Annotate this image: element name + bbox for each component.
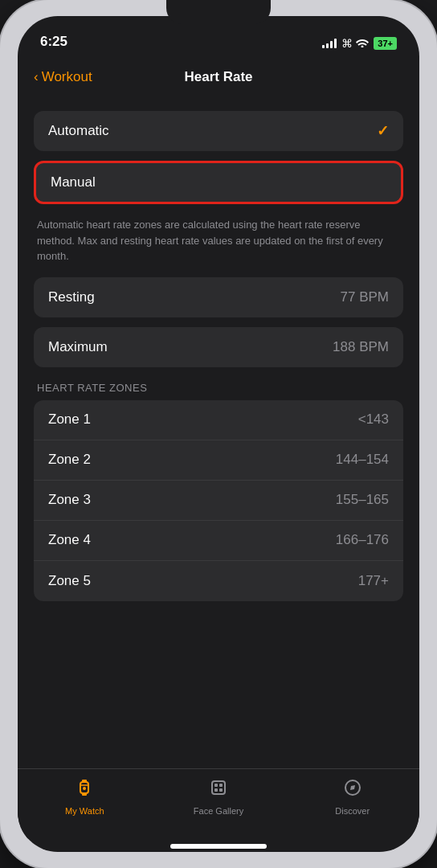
tab-face-gallery-label: Face Gallery xyxy=(194,806,243,816)
info-description: Automatic heart rate zones are calculate… xyxy=(34,214,403,277)
discover-icon xyxy=(342,777,363,803)
tab-my-watch-label: My Watch xyxy=(65,806,104,816)
maximum-value: 188 BPM xyxy=(333,339,389,355)
maximum-label: Maximum xyxy=(48,339,108,355)
zone-label: Zone 3 xyxy=(48,492,91,508)
battery-icon: 37+ xyxy=(374,37,397,50)
tab-bar: My Watch Face Gallery xyxy=(18,768,419,839)
zone-label: Zone 1 xyxy=(48,411,91,428)
svg-rect-8 xyxy=(214,788,218,792)
zone-label: Zone 4 xyxy=(48,532,91,548)
manual-item[interactable]: Manual xyxy=(34,161,403,204)
zone-item[interactable]: Zone 1 <143 xyxy=(34,400,403,440)
zone-label: Zone 2 xyxy=(48,452,91,468)
zone-item[interactable]: Zone 5 177+ xyxy=(34,561,403,601)
zone-value: 155–165 xyxy=(336,492,389,508)
zone-label: Zone 5 xyxy=(48,573,91,589)
content-scroll[interactable]: Automatic ✓ Manual Automatic heart rate … xyxy=(18,98,419,768)
maximum-section: Maximum 188 BPM xyxy=(34,327,403,367)
phone-frame: 6:25 ⌘ 37+ xyxy=(0,0,437,868)
zone-value: 177+ xyxy=(358,573,389,589)
svg-rect-4 xyxy=(82,793,87,796)
chevron-left-icon: ‹ xyxy=(34,69,39,85)
tab-discover[interactable]: Discover xyxy=(285,777,419,816)
tab-discover-label: Discover xyxy=(335,806,370,816)
watch-icon xyxy=(74,777,95,803)
svg-rect-7 xyxy=(219,784,223,787)
svg-rect-3 xyxy=(82,780,87,782)
maximum-item[interactable]: Maximum 188 BPM xyxy=(34,327,403,367)
status-time: 6:25 xyxy=(40,34,67,50)
zones-header: HEART RATE ZONES xyxy=(34,377,403,400)
status-icons: ⌘ 37+ xyxy=(322,37,397,50)
automatic-section: Automatic ✓ xyxy=(34,111,403,151)
home-indicator[interactable] xyxy=(170,844,267,849)
page-title: Heart Rate xyxy=(184,69,252,85)
zone-value: <143 xyxy=(358,411,389,428)
zone-value: 166–176 xyxy=(336,532,389,548)
signal-icon xyxy=(322,39,337,48)
resting-item[interactable]: Resting 77 BPM xyxy=(34,277,403,317)
zones-section: Zone 1 <143 Zone 2 144–154 Zone 3 155–16… xyxy=(34,400,403,601)
svg-point-2 xyxy=(83,787,86,790)
back-label: Workout xyxy=(42,69,92,85)
tab-face-gallery[interactable]: Face Gallery xyxy=(152,777,286,816)
svg-rect-5 xyxy=(212,781,225,794)
back-button[interactable]: ‹ Workout xyxy=(34,69,92,85)
tab-my-watch[interactable]: My Watch xyxy=(18,777,152,816)
svg-marker-11 xyxy=(350,785,355,790)
manual-label: Manual xyxy=(51,174,96,190)
automatic-item[interactable]: Automatic ✓ xyxy=(34,111,403,151)
zone-item[interactable]: Zone 4 166–176 xyxy=(34,521,403,561)
nav-header: ‹ Workout Heart Rate xyxy=(18,56,419,98)
face-gallery-icon xyxy=(208,777,229,803)
notch xyxy=(166,0,271,24)
resting-value: 77 BPM xyxy=(341,289,389,305)
zone-item[interactable]: Zone 2 144–154 xyxy=(34,440,403,481)
checkmark-icon: ✓ xyxy=(377,122,389,140)
wifi-icon: ⌘ xyxy=(341,37,369,50)
resting-section: Resting 77 BPM xyxy=(34,277,403,317)
zone-value: 144–154 xyxy=(336,452,389,468)
automatic-label: Automatic xyxy=(48,123,109,139)
zone-item[interactable]: Zone 3 155–165 xyxy=(34,481,403,521)
phone-screen: 6:25 ⌘ 37+ xyxy=(18,16,419,852)
svg-rect-9 xyxy=(219,788,223,792)
resting-label: Resting xyxy=(48,289,95,305)
svg-rect-6 xyxy=(214,784,218,787)
